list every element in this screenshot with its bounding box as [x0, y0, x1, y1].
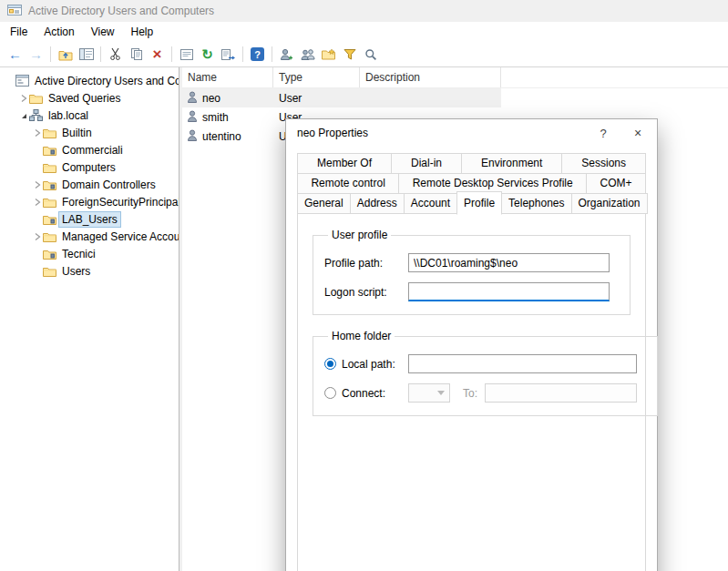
connect-to-input [485, 383, 637, 403]
tree-item-computers[interactable]: Computers [0, 158, 179, 176]
dialog-help-button[interactable]: ? [588, 119, 619, 147]
up-one-level-icon[interactable] [55, 44, 76, 65]
list-header: NameTypeDescription [182, 67, 728, 88]
toolbar-separator [171, 46, 172, 62]
folder-icon [29, 93, 46, 104]
tree-item-foreignsecurityprincipals[interactable]: ForeignSecurityPrincipals [0, 193, 179, 210]
column-header-description[interactable]: Description [360, 67, 501, 87]
create-user-icon[interactable] [276, 44, 297, 65]
tree-item-domain-controllers[interactable]: Domain Controllers [0, 176, 179, 193]
tab-address[interactable]: Address [350, 193, 405, 214]
tree-item-users[interactable]: Users [0, 262, 179, 280]
chevron-collapsed-icon[interactable] [31, 232, 43, 241]
tree-item-label: LAB_Users [59, 212, 120, 227]
dialog-titlebar[interactable]: neo Properties ? × [286, 119, 657, 147]
help-icon[interactable]: ? [247, 44, 268, 65]
chevron-expanded-icon[interactable] [17, 111, 29, 120]
cut-icon[interactable] [105, 44, 126, 65]
tree-item-tecnici[interactable]: Tecnici [0, 245, 179, 262]
forward-icon[interactable]: → [26, 44, 46, 65]
tree-item-lab-local[interactable]: lab.local [0, 107, 179, 124]
tab-remote-control[interactable]: Remote control [297, 173, 399, 194]
local-path-radio[interactable] [324, 358, 336, 370]
tree-item-active-directory-users-and-com[interactable]: Active Directory Users and Com [0, 72, 179, 89]
tab-strip: Member OfDial-inEnvironmentSessionsRemot… [286, 147, 657, 214]
column-header-type[interactable]: Type [273, 67, 360, 87]
dialog-close-button[interactable]: × [619, 119, 657, 147]
chevron-collapsed-icon[interactable] [31, 128, 43, 138]
tree-item-builtin[interactable]: Builtin [0, 124, 179, 141]
tree-item-lab-users[interactable]: LAB_Users [0, 210, 179, 228]
user-icon [187, 110, 198, 125]
console-tree-icon[interactable] [76, 44, 97, 65]
tab-organization[interactable]: Organization [571, 193, 648, 214]
tab-profile[interactable]: Profile [456, 191, 502, 215]
home-folder-group-label: Home folder [328, 330, 395, 342]
tree-item-label: ForeignSecurityPrincipals [59, 195, 179, 209]
tab-sessions[interactable]: Sessions [561, 153, 646, 174]
properties-icon[interactable] [176, 44, 197, 65]
tree-item-saved-queries[interactable]: Saved Queries [0, 89, 179, 107]
tree-item-label: Managed Service Accoun [59, 229, 179, 244]
user-icon [187, 91, 198, 106]
console-icon [15, 75, 32, 87]
folder-ou-icon [43, 249, 59, 260]
connect-radio[interactable] [324, 387, 336, 399]
toolbar-separator [100, 46, 101, 62]
menu-bar: FileActionViewHelp [0, 22, 728, 42]
folder-ou-icon [43, 145, 59, 156]
user-profile-group-label: User profile [328, 229, 391, 241]
folder-icon [43, 231, 59, 242]
local-path-input[interactable] [408, 354, 637, 373]
column-header-name[interactable]: Name [182, 67, 273, 87]
toolbar-separator [242, 46, 243, 62]
tab-general[interactable]: General [297, 193, 351, 214]
tab-account[interactable]: Account [404, 193, 457, 214]
tree-item-managed-service-accoun[interactable]: Managed Service Accoun [0, 228, 179, 245]
tree-item-label: Domain Controllers [59, 178, 159, 192]
user-icon [187, 129, 198, 144]
object-name: neo [202, 92, 220, 105]
console-tree: Active Directory Users and ComSaved Quer… [0, 67, 179, 571]
tree-item-label: Tecnici [59, 247, 98, 261]
menu-file[interactable]: File [2, 24, 36, 40]
tab-environment[interactable]: Environment [461, 153, 562, 174]
tab-com[interactable]: COM+ [586, 173, 646, 194]
find-icon[interactable] [360, 44, 381, 65]
tab-dial-in[interactable]: Dial-in [391, 153, 462, 174]
toolbar: ←→×↻? [0, 42, 728, 67]
refresh-icon[interactable]: ↻ [197, 44, 218, 65]
connect-label: Connect: [342, 387, 408, 400]
menu-action[interactable]: Action [36, 24, 82, 40]
copy-icon[interactable] [126, 44, 147, 65]
chevron-collapsed-icon[interactable] [31, 198, 43, 207]
tab-telephones[interactable]: Telephones [501, 193, 571, 214]
chevron-collapsed-icon[interactable] [17, 94, 29, 103]
tree-item-label: Builtin [59, 126, 95, 140]
chevron-down-icon [437, 391, 445, 395]
object-name: utentino [202, 130, 241, 143]
window-titlebar: Active Directory Users and Computers [0, 0, 728, 22]
tree-item-commerciali[interactable]: Commerciali [0, 141, 179, 158]
tab-member-of[interactable]: Member Of [297, 153, 392, 174]
profile-path-input[interactable] [408, 253, 610, 272]
profile-tab-page: User profile Profile path: Logon script:… [297, 213, 646, 571]
dialog-title: neo Properties [297, 127, 368, 139]
create-ou-icon[interactable] [318, 44, 339, 65]
filter-icon[interactable] [339, 44, 360, 65]
tree-item-label: Computers [59, 160, 118, 175]
list-row-neo[interactable]: neoUser [182, 88, 501, 107]
folder-icon [43, 162, 59, 173]
create-group-icon[interactable] [297, 44, 318, 65]
back-icon[interactable]: ← [5, 44, 26, 65]
export-list-icon[interactable] [218, 44, 239, 65]
menu-help[interactable]: Help [123, 24, 162, 40]
menu-view[interactable]: View [83, 24, 123, 40]
delete-icon[interactable]: × [147, 44, 168, 65]
profile-path-label: Profile path: [324, 257, 408, 270]
drive-letter-dropdown [408, 383, 450, 403]
logon-script-input[interactable] [408, 282, 610, 301]
toolbar-separator [272, 46, 272, 62]
tree-item-label: Commerciali [59, 143, 126, 158]
chevron-collapsed-icon[interactable] [31, 180, 43, 189]
